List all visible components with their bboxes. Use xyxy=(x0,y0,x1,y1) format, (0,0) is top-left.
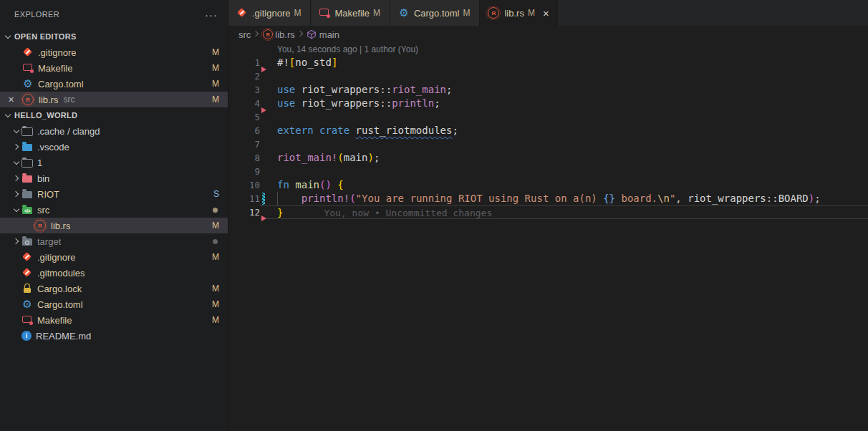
line-content xyxy=(260,137,868,151)
code-line-8[interactable]: 8riot_main!(main); xyxy=(228,151,868,165)
git-modified-gutter-marker[interactable] xyxy=(262,193,265,205)
chevron-right-icon xyxy=(295,29,305,39)
folder-riot-icon xyxy=(21,188,33,200)
tree-item-.vscode[interactable]: .vscode xyxy=(0,139,228,155)
chevron-right-icon[interactable] xyxy=(11,189,21,199)
code-line-5[interactable]: 5 xyxy=(228,110,868,124)
code-token: ; xyxy=(434,97,440,109)
code-line-9[interactable]: 9 xyxy=(228,165,868,178)
line-content: use riot_wrappers::riot_main; xyxy=(260,83,868,97)
lock-icon xyxy=(21,283,33,294)
code-line-2[interactable]: 2 xyxy=(228,69,868,83)
code-line-12[interactable]: 12}You, now • Uncommitted changes xyxy=(228,205,868,219)
code-line-3[interactable]: 3use riot_wrappers::riot_main; xyxy=(228,83,868,97)
tree-item-lib.rs[interactable]: Rlib.rsM xyxy=(0,218,228,233)
line-number[interactable]: 4 xyxy=(228,97,260,110)
file-name: src xyxy=(37,205,49,216)
close-icon[interactable]: × xyxy=(543,7,549,19)
tree-item-src[interactable]: </>src xyxy=(0,202,228,218)
chevron-right-icon[interactable] xyxy=(11,173,21,183)
tree-item-target[interactable]: target xyxy=(0,233,228,249)
folder-src-icon: </> xyxy=(21,204,33,216)
folder-shape: </> xyxy=(22,207,32,214)
tree-item-bin[interactable]: bin xyxy=(0,170,228,186)
tree-item-RIOT[interactable]: RIOTS xyxy=(0,186,228,202)
file-name: .gitignore xyxy=(37,252,75,263)
code-line-6[interactable]: 6extern crate rust_riotmodules; xyxy=(228,124,868,137)
git-icon xyxy=(21,267,33,279)
tree-item-1[interactable]: 1 xyxy=(0,155,228,170)
line-number[interactable]: 11 xyxy=(228,192,260,205)
open-editor-lib.rs[interactable]: ×Rlib.rssrcM xyxy=(0,92,228,107)
tree-item-.gitignore[interactable]: .gitignoreM xyxy=(0,249,228,265)
code-line-7[interactable]: 7 xyxy=(228,137,868,151)
code-line-1[interactable]: 1#![no_std] xyxy=(228,56,868,69)
line-number[interactable]: 9 xyxy=(228,165,260,178)
chevron-right-icon[interactable] xyxy=(11,142,21,152)
chevron-down-icon[interactable] xyxy=(11,205,21,215)
more-actions-icon[interactable]: ··· xyxy=(205,9,218,21)
line-number[interactable]: 8 xyxy=(228,151,260,165)
file-name: Cargo.toml xyxy=(37,299,83,310)
code-line-10[interactable]: 10fn main() { xyxy=(228,178,868,192)
breadcrumb-file[interactable]: lib.rs xyxy=(275,29,294,40)
git-deleted-gutter-marker[interactable] xyxy=(261,107,266,113)
line-number[interactable]: 5 xyxy=(228,110,260,124)
code-editor: You, 14 seconds ago | 1 author (You) 1#!… xyxy=(228,43,868,219)
gutter-decorations xyxy=(260,165,277,178)
git-icon xyxy=(22,47,34,58)
line-number[interactable]: 1 xyxy=(228,56,260,69)
close-icon[interactable]: × xyxy=(6,94,16,105)
tab-Makefile[interactable]: MakefileM xyxy=(311,0,390,26)
open-editors-list: .gitignoreMMakefileM⚙Cargo.tomlM×Rlib.rs… xyxy=(0,44,228,107)
git-deleted-gutter-marker[interactable] xyxy=(261,67,266,72)
line-number[interactable]: 10 xyxy=(228,178,260,192)
tree-item-Cargo.lock[interactable]: Cargo.lockM xyxy=(0,281,228,296)
breadcrumb-src[interactable]: src xyxy=(238,29,251,40)
tree-item-.gitmodules[interactable]: .gitmodules xyxy=(0,265,228,281)
symbol-module-icon xyxy=(307,29,317,39)
open-editors-header[interactable]: OPEN EDITORS xyxy=(0,29,228,44)
tab-modified-badge: M xyxy=(528,8,535,18)
breadcrumb-symbol[interactable]: main xyxy=(319,29,339,40)
tree-item-Cargo.toml[interactable]: ⚙Cargo.tomlM xyxy=(0,296,228,312)
tree-item-README.md[interactable]: iREADME.md xyxy=(0,328,228,344)
chevron-down-icon[interactable] xyxy=(11,158,21,168)
gutter-decorations xyxy=(260,56,277,69)
line-number[interactable]: 2 xyxy=(228,69,260,83)
line-text: extern crate rust_riotmodules; xyxy=(277,124,458,137)
code-line-4[interactable]: 4use riot_wrappers::println; xyxy=(228,97,868,110)
line-number[interactable]: 12 xyxy=(228,205,260,219)
line-number[interactable]: 7 xyxy=(228,137,260,151)
chevron-right-icon xyxy=(251,29,261,39)
tab-Cargo.toml[interactable]: ⚙Cargo.tomlM xyxy=(390,0,481,26)
tab-modified-badge: M xyxy=(463,8,470,18)
rust-icon: R xyxy=(34,220,46,231)
code-token: riot_main xyxy=(392,84,446,95)
code-token: riot_wrappers:: xyxy=(302,97,392,109)
tree-item-.cache-clangd[interactable]: .cache / clangd xyxy=(0,123,228,139)
code-line-11[interactable]: 11 println!("You are running RIOT using … xyxy=(228,192,868,205)
open-editor-.gitignore[interactable]: .gitignoreM xyxy=(0,44,228,60)
line-text: fn main() { xyxy=(277,178,344,192)
tab-lib.rs[interactable]: Rlib.rsM× xyxy=(480,0,557,26)
chevron-right-icon[interactable] xyxy=(11,236,21,246)
tab-modified-badge: M xyxy=(373,8,380,18)
tree-item-Makefile[interactable]: MakefileM xyxy=(0,312,228,328)
workspace-root-header[interactable]: HELLO_WORLD xyxy=(0,107,228,123)
line-content: }You, now • Uncommitted changes xyxy=(260,205,868,219)
workspace-root-label: HELLO_WORLD xyxy=(14,111,77,120)
blame-annotation[interactable]: You, 14 seconds ago | 1 author (You) xyxy=(277,43,868,56)
tab-.gitignore[interactable]: .gitignoreM xyxy=(228,0,311,26)
file-name: bin xyxy=(37,173,49,184)
line-number[interactable]: 6 xyxy=(228,124,260,137)
open-editor-Cargo.toml[interactable]: ⚙Cargo.tomlM xyxy=(0,76,228,92)
rust-file-icon: R xyxy=(263,29,273,39)
git-deleted-gutter-marker[interactable] xyxy=(261,216,266,221)
code-token: , riot_wrappers::BOARD xyxy=(675,193,808,204)
code-token: ] xyxy=(332,57,337,68)
line-number[interactable]: 3 xyxy=(228,83,260,97)
chevron-down-icon[interactable] xyxy=(11,126,21,136)
explorer-sidebar: EXPLORER ··· OPEN EDITORS .gitignoreMMak… xyxy=(0,0,228,431)
open-editor-Makefile[interactable]: MakefileM xyxy=(0,60,228,76)
